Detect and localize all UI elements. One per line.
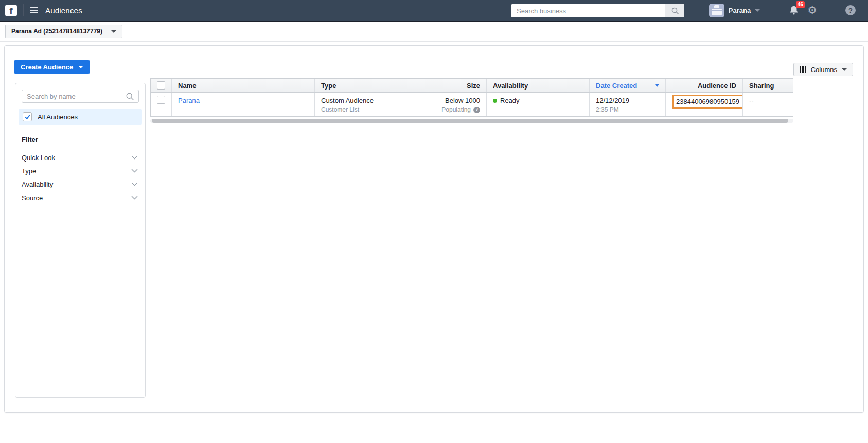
filter-label: Type: [22, 167, 36, 175]
check-icon: [24, 114, 31, 120]
gear-icon[interactable]: ⚙: [807, 5, 817, 15]
filter-sidebar: All Audiences Filter Quick Look Type Ava…: [15, 83, 146, 398]
columns-button[interactable]: Columns: [793, 63, 853, 76]
audience-search-input[interactable]: [22, 93, 126, 100]
time-value: 2:35 PM: [596, 106, 659, 113]
notifications-button[interactable]: 46: [788, 5, 800, 16]
status-ready-dot: [493, 99, 497, 103]
filter-item-quick-look[interactable]: Quick Look: [15, 151, 145, 164]
cell-date-created: 12/12/2019 2:35 PM: [589, 93, 665, 116]
divider: [774, 4, 774, 16]
columns-icon: [800, 66, 806, 73]
help-icon[interactable]: ?: [845, 5, 856, 15]
account-bar: Parana Ad (2521478148137779): [0, 22, 868, 42]
table-header-row: Name Type Size Availability Date Created…: [150, 78, 793, 93]
audience-name-search: [22, 90, 139, 103]
divider: [695, 4, 695, 16]
column-header-date-created[interactable]: Date Created: [589, 79, 665, 92]
columns-label: Columns: [811, 66, 837, 74]
sharing-value: --: [749, 97, 754, 104]
column-header-availability[interactable]: Availability: [486, 79, 589, 92]
date-value: 12/12/2019: [596, 97, 659, 104]
chevron-down-icon: [131, 182, 138, 186]
cell-size: Below 1000 Populating i: [402, 93, 486, 116]
filter-list: Quick Look Type Availability Source: [15, 151, 145, 204]
date-created-label: Date Created: [596, 82, 637, 90]
facebook-logo-icon[interactable]: f: [5, 5, 17, 16]
filter-item-availability[interactable]: Availability: [15, 178, 145, 191]
chevron-down-icon: [131, 155, 138, 160]
hamburger-menu-icon[interactable]: [30, 7, 38, 13]
chevron-down-icon: [78, 66, 83, 68]
page-title: Audiences: [45, 6, 82, 15]
filter-label: Quick Look: [22, 154, 55, 162]
user-name: Parana: [729, 7, 751, 14]
size-primary: Below 1000: [409, 97, 480, 104]
divider: [23, 4, 24, 16]
cell-sharing: --: [742, 93, 793, 116]
audience-name-link[interactable]: Parana: [178, 97, 200, 104]
ad-account-selector[interactable]: Parana Ad (2521478148137779): [5, 25, 122, 38]
chevron-down-icon: [842, 68, 847, 71]
chevron-down-icon: [111, 30, 116, 33]
notification-badge: 46: [796, 1, 805, 8]
filter-heading: Filter: [22, 136, 139, 144]
business-search: [511, 4, 684, 17]
horizontal-scrollbar-thumb[interactable]: [152, 119, 788, 123]
row-checkbox[interactable]: [157, 96, 165, 104]
filter-label: Source: [22, 194, 43, 202]
ad-account-label: Parana Ad (2521478148137779): [11, 28, 102, 35]
select-all-checkbox[interactable]: [157, 81, 165, 90]
size-secondary: Populating: [441, 106, 471, 113]
horizontal-scrollbar-track: [150, 119, 793, 123]
chevron-down-icon: [131, 196, 138, 200]
divider: [831, 4, 831, 16]
audience-id-highlight: 23844006980950159: [672, 95, 742, 109]
user-menu[interactable]: Parana: [709, 4, 760, 17]
sort-descending-icon: [655, 84, 659, 87]
row-select-cell: [151, 93, 171, 116]
column-header-name[interactable]: Name: [171, 79, 314, 92]
type-secondary: Customer List: [321, 106, 396, 113]
chevron-down-icon: [755, 9, 760, 12]
info-icon[interactable]: i: [473, 107, 480, 113]
create-audience-button[interactable]: Create Audience: [14, 60, 90, 74]
cell-name: Parana: [171, 93, 314, 116]
type-primary: Custom Audience: [321, 97, 396, 104]
table-row: Parana Custom Audience Customer List Bel…: [150, 93, 793, 117]
audiences-table: Name Type Size Availability Date Created…: [150, 78, 793, 117]
filter-item-type[interactable]: Type: [15, 164, 145, 178]
all-audiences-label: All Audiences: [38, 113, 78, 121]
column-header-type[interactable]: Type: [314, 79, 402, 92]
top-navbar: f Audiences Parana 46: [0, 0, 868, 22]
column-header-size[interactable]: Size: [402, 79, 486, 92]
select-all-cell: [151, 79, 171, 92]
audiences-panel: Create Audience Columns All Audiences Fi…: [4, 45, 864, 413]
cell-availability: Ready: [486, 93, 589, 116]
all-audiences-checkbox[interactable]: [23, 112, 32, 121]
filter-label: Availability: [22, 181, 53, 188]
filter-item-source[interactable]: Source: [15, 191, 145, 204]
briefcase-icon: [709, 4, 724, 17]
search-icon: [126, 92, 134, 101]
chevron-down-icon: [131, 169, 138, 173]
sidebar-item-all-audiences[interactable]: All Audiences: [19, 109, 142, 125]
cell-audience-id: 23844006980950159: [665, 93, 742, 116]
create-audience-label: Create Audience: [21, 63, 73, 71]
cell-type: Custom Audience Customer List: [314, 93, 402, 116]
column-header-sharing[interactable]: Sharing: [742, 79, 793, 92]
search-button[interactable]: [665, 4, 684, 17]
availability-value: Ready: [500, 97, 520, 104]
business-search-input[interactable]: [511, 4, 665, 17]
column-header-audience-id[interactable]: Audience ID: [665, 79, 742, 92]
search-icon: [671, 7, 679, 15]
